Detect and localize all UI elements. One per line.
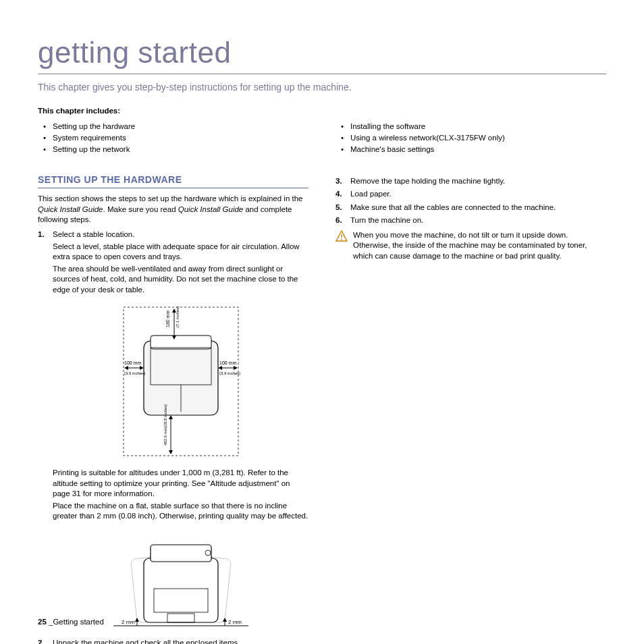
toc-left: Setting up the hardware System requireme… (38, 121, 308, 156)
svg-marker-28 (223, 618, 227, 622)
toc-item: Setting up the network (38, 144, 308, 155)
toc-item: Setting up the hardware (38, 121, 308, 132)
step-3: Remove the tape holding the machine tigh… (336, 176, 606, 187)
text: . Make sure you read (103, 205, 178, 213)
svg-marker-16 (169, 450, 173, 454)
step-5: Make sure that all the cables are connec… (336, 203, 606, 213)
steps-left: Select a stable location. Select a level… (38, 230, 308, 644)
step-4: Load paper. (336, 189, 606, 200)
step-body: Place the machine on a flat, stable surf… (53, 501, 308, 522)
toc-columns: Setting up the hardware System requireme… (38, 121, 606, 165)
footer-sep: _ (47, 618, 53, 626)
svg-marker-9 (124, 366, 128, 370)
dim-top-in: (7.1 inches) (176, 306, 180, 327)
dim-2mm-right: 2 mm (228, 619, 242, 625)
warning: When you move the machine, do not tilt o… (336, 230, 606, 262)
quick-install-guide: Quick Install Guide (178, 205, 244, 213)
chapter-intro: This chapter gives you step-by-step inst… (38, 81, 606, 94)
page-footer: 25 _Getting started (38, 617, 104, 628)
dim-bottom: 482.6 mm(18.8 inches) (163, 404, 167, 446)
content-columns: SETTING UP THE HARDWARE This section sho… (38, 165, 606, 644)
svg-marker-12 (218, 366, 222, 370)
step-body: Printing is suitable for altitudes under… (53, 468, 308, 500)
toc-item: Machine's basic settings (336, 144, 606, 155)
toc-right: Installing the software Using a wireless… (336, 121, 606, 156)
step-6: Turn the machine on. (336, 215, 606, 226)
step-body: Select a level, stable place with adequa… (53, 242, 308, 263)
quick-install-guide: Quick Install Guide (38, 205, 103, 213)
step-2: Unpack the machine and check all the enc… (38, 638, 308, 644)
steps-right: Remove the tape holding the machine tigh… (336, 176, 606, 226)
step-1: Select a stable location. Select a level… (38, 230, 308, 633)
text: This section shows the steps to set up t… (38, 194, 303, 203)
svg-rect-20 (144, 558, 218, 622)
step-body: The area should be well-ventilated and a… (53, 264, 308, 296)
section-intro: This section shows the steps to set up t… (38, 194, 308, 225)
dim-right-in: (3.9 inches) (219, 371, 240, 375)
svg-marker-15 (169, 415, 173, 419)
right-column: Remove the tape holding the machine tigh… (336, 165, 606, 644)
svg-rect-21 (151, 545, 211, 562)
toc-item: System requirements (38, 132, 308, 144)
step-title: Select a stable location. (53, 230, 134, 238)
dim-top: 180 mm (165, 311, 170, 327)
toc-item: Installing the software (336, 121, 606, 132)
warning-icon (336, 230, 348, 262)
svg-marker-10 (140, 366, 144, 370)
section-heading: SETTING UP THE HARDWARE (38, 173, 308, 189)
chapter-title: getting started (38, 32, 606, 74)
dim-left-in: (3.9 inches) (124, 371, 145, 375)
warning-text: When you move the machine, do not tilt o… (353, 230, 606, 262)
dim-left: 100 mm (124, 360, 141, 365)
page-number: 25 (38, 618, 47, 626)
dim-right: 100 mm (219, 360, 236, 365)
footer-label: Getting started (53, 618, 103, 626)
includes-label: This chapter includes: (38, 106, 606, 117)
left-column: SETTING UP THE HARDWARE This section sho… (38, 165, 308, 644)
svg-point-31 (341, 238, 342, 240)
toc-item: Using a wireless network(CLX-3175FW only… (336, 132, 606, 144)
svg-rect-2 (151, 336, 211, 349)
svg-marker-26 (135, 618, 139, 622)
svg-marker-13 (234, 366, 238, 370)
dim-2mm-left: 2 mm (122, 619, 135, 625)
figure-clearance: 180 mm (7.1 inches) 100 mm (3.9 inches) … (103, 300, 259, 462)
figure-tilt: 2 mm 2 mm (107, 525, 255, 633)
